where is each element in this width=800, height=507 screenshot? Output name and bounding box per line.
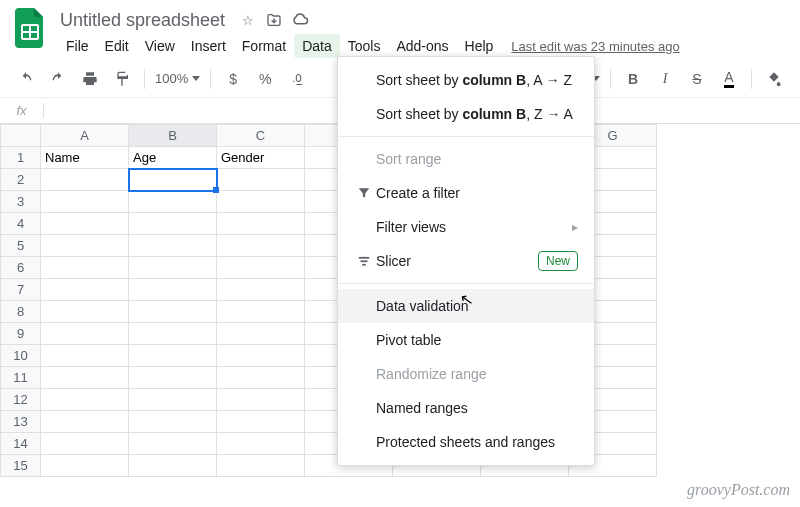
cell[interactable]	[217, 257, 305, 279]
menu-protected-sheets[interactable]: Protected sheets and ranges	[338, 425, 594, 459]
menu-tools[interactable]: Tools	[340, 34, 389, 58]
currency-button[interactable]: $	[219, 65, 247, 93]
menu-addons[interactable]: Add-ons	[388, 34, 456, 58]
row-header[interactable]: 7	[1, 279, 41, 301]
col-header-A[interactable]: A	[41, 125, 129, 147]
cell[interactable]	[129, 367, 217, 389]
cell[interactable]	[41, 323, 129, 345]
cell[interactable]	[41, 345, 129, 367]
redo-button[interactable]	[44, 65, 72, 93]
row-header[interactable]: 14	[1, 433, 41, 455]
cell[interactable]	[129, 323, 217, 345]
cell[interactable]	[41, 411, 129, 433]
paint-format-button[interactable]	[108, 65, 136, 93]
cell[interactable]	[217, 279, 305, 301]
menu-data[interactable]: Data	[294, 34, 340, 58]
cell[interactable]	[41, 213, 129, 235]
row-header[interactable]: 2	[1, 169, 41, 191]
cell[interactable]	[217, 191, 305, 213]
move-icon[interactable]	[263, 9, 285, 31]
row-header[interactable]: 13	[1, 411, 41, 433]
row-header[interactable]: 1	[1, 147, 41, 169]
cell[interactable]	[41, 367, 129, 389]
cell[interactable]	[217, 433, 305, 455]
col-header-C[interactable]: C	[217, 125, 305, 147]
cell[interactable]	[129, 235, 217, 257]
fill-color-button[interactable]	[760, 65, 788, 93]
cell[interactable]	[129, 213, 217, 235]
cell[interactable]	[129, 389, 217, 411]
menu-help[interactable]: Help	[457, 34, 502, 58]
cell[interactable]	[217, 301, 305, 323]
cell[interactable]	[217, 367, 305, 389]
row-header[interactable]: 12	[1, 389, 41, 411]
menu-slicer[interactable]: Slicer New	[338, 244, 594, 278]
menu-sort-az[interactable]: Sort sheet by column B, A → Z	[338, 63, 594, 97]
star-icon[interactable]: ☆	[237, 9, 259, 31]
row-header[interactable]: 5	[1, 235, 41, 257]
menu-format[interactable]: Format	[234, 34, 294, 58]
cell[interactable]	[41, 235, 129, 257]
cloud-icon[interactable]	[289, 9, 311, 31]
menu-pivot-table[interactable]: Pivot table	[338, 323, 594, 357]
row-header[interactable]: 6	[1, 257, 41, 279]
cell[interactable]: Name	[41, 147, 129, 169]
cell[interactable]	[217, 323, 305, 345]
menu-sort-za[interactable]: Sort sheet by column B, Z → A	[338, 97, 594, 131]
menu-edit[interactable]: Edit	[97, 34, 137, 58]
row-header[interactable]: 9	[1, 323, 41, 345]
decimal-decrease-button[interactable]: .0̲	[283, 65, 311, 93]
strike-button[interactable]: S	[683, 65, 711, 93]
last-edit-link[interactable]: Last edit was 23 minutes ago	[511, 39, 679, 54]
cell[interactable]	[129, 345, 217, 367]
cell[interactable]	[41, 389, 129, 411]
cell[interactable]	[41, 301, 129, 323]
cell[interactable]	[41, 455, 129, 477]
row-header[interactable]: 4	[1, 213, 41, 235]
menu-view[interactable]: View	[137, 34, 183, 58]
cell[interactable]	[129, 455, 217, 477]
cell[interactable]	[129, 257, 217, 279]
sheets-logo[interactable]	[10, 8, 50, 48]
cell[interactable]	[129, 279, 217, 301]
doc-title[interactable]: Untitled spreadsheet	[60, 10, 225, 31]
row-header[interactable]: 10	[1, 345, 41, 367]
bold-button[interactable]: B	[619, 65, 647, 93]
cell[interactable]	[217, 213, 305, 235]
cell[interactable]: Gender	[217, 147, 305, 169]
cell[interactable]	[41, 257, 129, 279]
row-header[interactable]: 11	[1, 367, 41, 389]
zoom-select[interactable]: 100%	[151, 71, 204, 86]
col-header-B[interactable]: B	[129, 125, 217, 147]
cell-selected[interactable]	[129, 169, 217, 191]
select-all-cell[interactable]	[1, 125, 41, 147]
cell[interactable]	[41, 433, 129, 455]
cell[interactable]	[217, 169, 305, 191]
print-button[interactable]	[76, 65, 104, 93]
menu-file[interactable]: File	[58, 34, 97, 58]
menu-insert[interactable]: Insert	[183, 34, 234, 58]
row-header[interactable]: 15	[1, 455, 41, 477]
undo-button[interactable]	[12, 65, 40, 93]
menu-named-ranges[interactable]: Named ranges	[338, 391, 594, 425]
row-header[interactable]: 3	[1, 191, 41, 213]
cell[interactable]	[41, 191, 129, 213]
cell[interactable]	[217, 389, 305, 411]
cell[interactable]	[217, 455, 305, 477]
menu-filter-views[interactable]: Filter views ▸	[338, 210, 594, 244]
cell[interactable]	[217, 235, 305, 257]
row-header[interactable]: 8	[1, 301, 41, 323]
cell[interactable]	[129, 433, 217, 455]
cell[interactable]	[129, 191, 217, 213]
cell[interactable]	[129, 301, 217, 323]
cell[interactable]	[41, 279, 129, 301]
text-color-button[interactable]: A	[715, 65, 743, 93]
italic-button[interactable]: I	[651, 65, 679, 93]
cell[interactable]	[129, 411, 217, 433]
cell[interactable]: Age	[129, 147, 217, 169]
cell[interactable]	[217, 345, 305, 367]
percent-button[interactable]: %	[251, 65, 279, 93]
menu-create-filter[interactable]: Create a filter	[338, 176, 594, 210]
cell[interactable]	[41, 169, 129, 191]
cell[interactable]	[217, 411, 305, 433]
